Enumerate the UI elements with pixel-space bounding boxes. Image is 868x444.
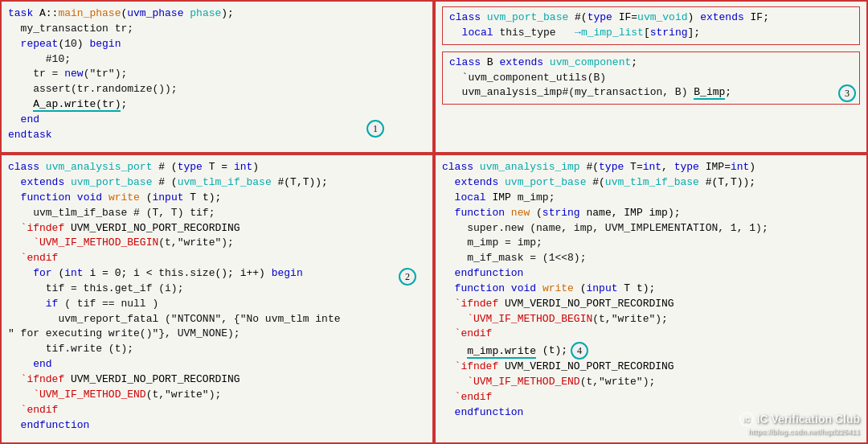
box-top-right: class uvm_port_base #(type IF=uvm_void) …	[434, 0, 868, 154]
code-line: endfunction	[442, 405, 860, 421]
code-line: m_if_mask = (1<<8);	[442, 251, 860, 266]
code-line: tif = this.get_if (i);	[8, 282, 426, 297]
code-line: tr = new("tr");	[8, 67, 426, 82]
code-line: `endif	[8, 251, 426, 266]
box-bottom-left: class uvm_analysis_port # (type T = int)…	[0, 154, 434, 444]
code-line: if ( tif == null )	[8, 297, 426, 312]
code-line: function void write (input T t);	[442, 282, 860, 297]
code-line: A_ap.write(tr);	[8, 97, 426, 113]
code-line: `uvm_component_utils(B)	[449, 71, 853, 86]
code-line: repeat(10) begin	[8, 37, 426, 52]
code-line: m_imp = imp;	[442, 236, 860, 251]
code-line: end	[8, 113, 426, 128]
code-line: uvm_analysis_imp#(my_transaction, B) B_i…	[449, 85, 853, 101]
code-line: function new (string name, IMP imp);	[442, 206, 860, 221]
inner-box-1: class uvm_port_base #(type IF=uvm_void) …	[442, 6, 860, 45]
code-line: `endif	[8, 403, 426, 418]
code-line: endfunction	[8, 418, 426, 434]
code-line: uvm_tlm_if_base # (T, T) tif;	[8, 206, 426, 221]
code-line: tif.write (t);	[8, 342, 426, 357]
code-line: `UVM_IF_METHOD_END(t,"write");	[8, 388, 426, 403]
code-line: " for executing write()"}, UVM_NONE);	[8, 327, 426, 342]
circle-3: 3	[838, 84, 856, 102]
code-line: assert(tr.randomize());	[8, 82, 426, 97]
code-line: class B extends uvm_component;	[449, 56, 853, 71]
code-line: uvm_report_fatal ("NTCONN", {"No uvm_tlm…	[8, 312, 426, 327]
code-line: class uvm_analysis_port # (type T = int)	[8, 160, 426, 175]
watermark-sub: https://blog.csdn.net/hqzl225411	[739, 428, 860, 436]
code-line: `UVM_IF_METHOD_BEGIN(t,"write");	[442, 312, 860, 327]
code-line: class uvm_analysis_imp #(type T=int, typ…	[442, 160, 860, 175]
code-line: local this_type →m_imp_list[string];	[449, 26, 853, 41]
code-line: super.new (name, imp, UVM_IMPLEMENTATION…	[442, 221, 860, 236]
code-line: for (int i = 0; i < this.size(); i++) be…	[8, 266, 426, 282]
main-container: task A::main_phase(uvm_phase phase); my_…	[0, 0, 868, 444]
code-line: task A::main_phase(uvm_phase phase);	[8, 6, 426, 22]
code-line: end	[8, 357, 426, 372]
code-line: `ifndef UVM_VERDI_NO_PORT_RECORDING	[442, 297, 860, 312]
code-line: `endif	[442, 390, 860, 405]
code-line: my_transaction tr;	[8, 22, 426, 37]
box-bottom-right: class uvm_analysis_imp #(type T=int, typ…	[434, 154, 868, 444]
box-top-left: task A::main_phase(uvm_phase phase); my_…	[0, 0, 434, 154]
code-line: `ifndef UVM_VERDI_NO_PORT_RECORDING	[442, 360, 860, 375]
code-line: class uvm_port_base #(type IF=uvm_void) …	[449, 10, 853, 26]
code-line: `UVM_IF_METHOD_END(t,"write");	[442, 375, 860, 390]
inner-box-2: class B extends uvm_component; `uvm_comp…	[442, 51, 860, 105]
code-line: function void write (input T t);	[8, 191, 426, 206]
code-line: local IMP m_imp;	[442, 191, 860, 206]
code-line: extends uvm_port_base #(uvm_tlm_if_base …	[442, 175, 860, 191]
code-line: `ifndef UVM_VERDI_NO_PORT_RECORDING	[8, 221, 426, 236]
code-line: m_imp.write (t);4	[442, 342, 860, 360]
code-line: `UVM_IF_METHOD_BEGIN(t,"write");	[8, 236, 426, 251]
code-line: endfunction	[442, 266, 860, 282]
code-line: `ifndef UVM_VERDI_NO_PORT_RECORDING	[8, 372, 426, 388]
code-line: extends uvm_port_base # (uvm_tlm_if_base…	[8, 175, 426, 191]
circle-4: 4	[571, 342, 588, 360]
code-line: endtask	[8, 128, 426, 143]
code-line: `endif	[442, 327, 860, 342]
code-line: #10;	[8, 52, 426, 68]
